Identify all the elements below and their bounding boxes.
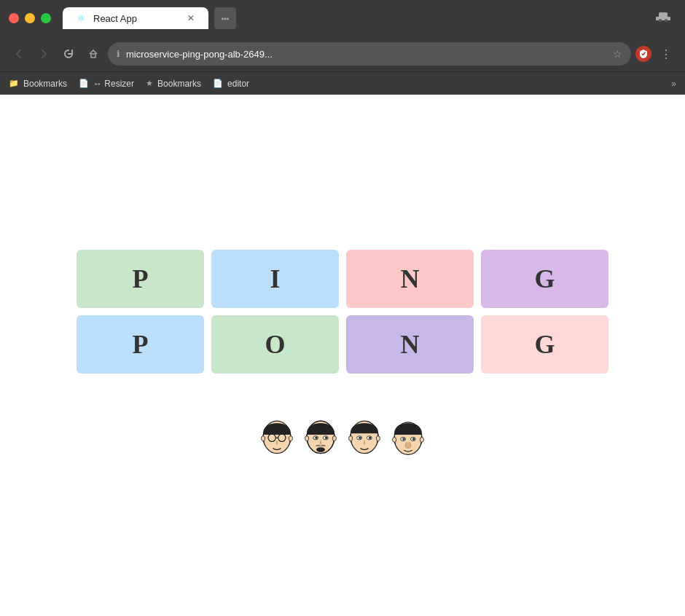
browser-chrome: ⚛ React App ✕ ▪▪▪ <box>0 0 685 95</box>
privacy-shield-icon[interactable] <box>635 46 651 62</box>
tile-g2: G <box>481 315 608 374</box>
tile-p2: P <box>77 315 204 374</box>
page-icon: 📄 <box>79 79 89 88</box>
toolbar: ℹ microservice-ping-pong-alb-2649... ☆ ⋮ <box>0 36 685 71</box>
active-tab[interactable]: ⚛ React App ✕ <box>63 7 208 29</box>
bookmark-label: ↔ Resizer <box>93 79 134 89</box>
svg-point-9 <box>262 436 265 441</box>
svg-rect-1 <box>659 12 668 18</box>
tab-favicon-icon: ⚛ <box>74 12 87 25</box>
svg-point-23 <box>359 437 361 439</box>
maximize-button[interactable] <box>41 13 51 23</box>
hat-icon-area <box>650 5 676 31</box>
ping-pong-grid: P I N G P O N G <box>77 250 608 374</box>
address-bar[interactable]: ℹ microservice-ping-pong-alb-2649... ☆ <box>108 42 631 66</box>
tile-o: O <box>211 315 339 374</box>
url-text: microservice-ping-pong-alb-2649... <box>126 49 607 60</box>
bookmark-label: editor <box>227 79 249 89</box>
tile-n2: N <box>346 315 474 374</box>
svg-point-30 <box>402 438 404 440</box>
tab-extension-area: ▪▪▪ <box>214 7 236 29</box>
tab-title: React App <box>93 13 179 24</box>
extension-icon[interactable] <box>650 5 676 31</box>
bookmark-bookmarks[interactable]: ★ Bookmarks <box>146 79 201 89</box>
beatles-face-1 <box>255 417 299 461</box>
traffic-lights <box>9 13 51 23</box>
home-button[interactable] <box>83 44 103 64</box>
svg-rect-4 <box>91 54 95 58</box>
tile-n1: N <box>346 250 474 308</box>
svg-point-16 <box>316 447 325 452</box>
page-content: P I N G P O N G <box>0 95 685 616</box>
svg-point-25 <box>349 436 353 441</box>
svg-point-10 <box>289 436 292 441</box>
bookmark-resizer[interactable]: 📄 ↔ Resizer <box>79 79 134 89</box>
beatles-face-4 <box>386 417 430 461</box>
tab-close-button[interactable]: ✕ <box>185 12 197 24</box>
doc-icon: 📄 <box>213 79 223 88</box>
svg-point-15 <box>325 437 327 439</box>
tile-i: I <box>211 250 339 308</box>
reload-button[interactable] <box>58 44 79 64</box>
minimize-button[interactable] <box>25 13 35 23</box>
svg-point-2 <box>659 19 662 22</box>
bookmark-label: Bookmarks <box>157 79 201 89</box>
forward-button[interactable] <box>34 44 54 64</box>
bookmark-star-icon[interactable]: ☆ <box>613 48 622 60</box>
tile-p1: P <box>77 250 204 308</box>
close-button[interactable] <box>9 13 19 23</box>
beatles-faces <box>255 417 430 461</box>
bookmark-label: Bookmarks <box>23 79 67 89</box>
star-icon: ★ <box>146 79 153 88</box>
lock-icon: ℹ <box>117 49 120 59</box>
title-bar: ⚛ React App ✕ ▪▪▪ <box>0 0 685 36</box>
folder-icon: 📁 <box>9 79 19 88</box>
tile-g1: G <box>481 250 608 308</box>
svg-point-14 <box>315 437 317 439</box>
svg-point-26 <box>376 436 380 441</box>
bookmarks-bar: 📁 Bookmarks 📄 ↔ Resizer ★ Bookmarks 📄 ed… <box>0 71 685 95</box>
beatles-face-2 <box>299 417 342 461</box>
svg-point-33 <box>420 437 423 442</box>
svg-point-32 <box>393 437 396 442</box>
back-button[interactable] <box>9 44 29 64</box>
bookmark-folder[interactable]: 📁 Bookmarks <box>9 79 67 89</box>
svg-point-31 <box>412 438 415 440</box>
more-menu-button[interactable]: ⋮ <box>656 44 676 64</box>
bookmarks-more-button[interactable]: » <box>671 79 676 89</box>
beatles-face-3 <box>342 417 386 461</box>
svg-point-3 <box>665 19 668 22</box>
svg-point-24 <box>369 437 371 439</box>
bookmark-editor[interactable]: 📄 editor <box>213 79 249 89</box>
svg-point-18 <box>305 436 309 441</box>
svg-point-19 <box>332 436 336 441</box>
